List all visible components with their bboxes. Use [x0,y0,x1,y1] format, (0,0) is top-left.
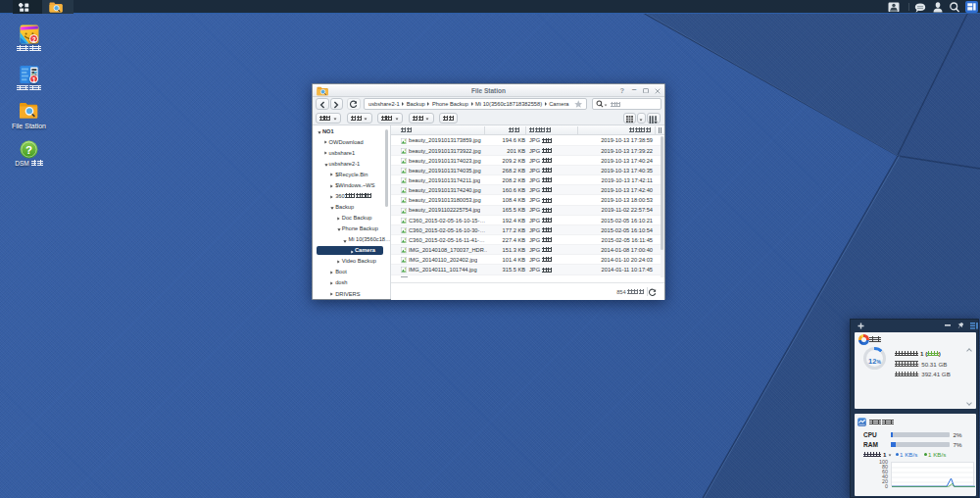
svg-text:?: ? [24,143,31,155]
